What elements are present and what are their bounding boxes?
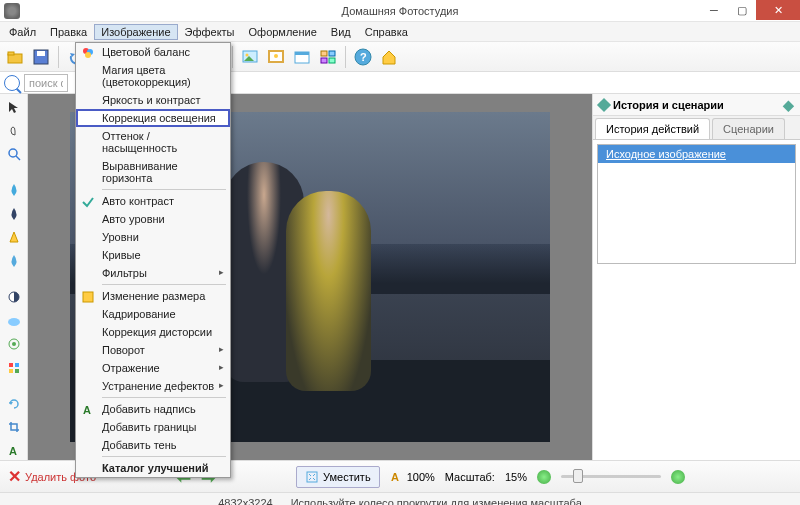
zoom-icon[interactable] bbox=[5, 145, 23, 163]
menu-item-яркость-и-контраст[interactable]: Яркость и контраст bbox=[76, 91, 230, 109]
svg-point-25 bbox=[8, 318, 20, 326]
tab-scenarios[interactable]: Сценарии bbox=[712, 118, 785, 139]
menu-item-выравнивание-горизонта[interactable]: Выравнивание горизонта bbox=[76, 157, 230, 187]
menu-item-добавить-тень[interactable]: Добавить тень bbox=[76, 436, 230, 454]
svg-point-27 bbox=[12, 342, 16, 346]
minimize-button[interactable]: ─ bbox=[700, 0, 728, 20]
svg-text:A: A bbox=[9, 445, 17, 457]
rotate-icon[interactable] bbox=[5, 395, 23, 413]
hand-icon[interactable] bbox=[5, 122, 23, 140]
window-title: Домашняя Фотостудия bbox=[342, 5, 459, 17]
menu-item-фильтры[interactable]: Фильтры bbox=[76, 264, 230, 282]
menu-правка[interactable]: Правка bbox=[43, 24, 94, 40]
zoom-slider[interactable] bbox=[561, 475, 661, 478]
svg-rect-29 bbox=[15, 363, 19, 367]
zoom-in-icon[interactable] bbox=[671, 470, 685, 484]
drop-blue-icon[interactable] bbox=[5, 181, 23, 199]
menu-item-коррекция-освещения[interactable]: Коррекция освещения bbox=[76, 109, 230, 127]
help-icon[interactable]: ? bbox=[351, 45, 375, 69]
menu-item-каталог-улучшений[interactable]: Каталог улучшений bbox=[76, 459, 230, 477]
right-panel: История и сценарии ◆ История действий Сц… bbox=[592, 94, 800, 460]
mosaic-icon[interactable] bbox=[5, 359, 23, 377]
drop-dark-icon[interactable] bbox=[5, 205, 23, 223]
svg-rect-19 bbox=[329, 58, 335, 63]
zoom-out-icon[interactable] bbox=[537, 470, 551, 484]
menu-item-кривые[interactable]: Кривые bbox=[76, 246, 230, 264]
status-hint: Используйте колесо прокрутки для изменен… bbox=[291, 497, 582, 506]
fit-button[interactable]: Уместить bbox=[296, 466, 380, 488]
svg-rect-28 bbox=[9, 363, 13, 367]
target-icon[interactable] bbox=[5, 335, 23, 353]
menu-item-авто-уровни[interactable]: Авто уровни bbox=[76, 210, 230, 228]
cone-icon[interactable] bbox=[5, 229, 23, 247]
menu-вид[interactable]: Вид bbox=[324, 24, 358, 40]
menu-item-коррекция-дисторсии[interactable]: Коррекция дисторсии bbox=[76, 323, 230, 341]
home-icon[interactable] bbox=[377, 45, 401, 69]
calendar-icon[interactable] bbox=[290, 45, 314, 69]
image-icon[interactable] bbox=[238, 45, 262, 69]
cloud-icon[interactable] bbox=[5, 312, 23, 330]
history-item[interactable]: Исходное изображение bbox=[598, 145, 795, 163]
history-list[interactable]: Исходное изображение bbox=[597, 144, 796, 264]
text-icon: A bbox=[80, 402, 96, 418]
image-menu-dropdown: Цветовой балансМагия цвета (цветокоррекц… bbox=[75, 42, 231, 478]
maximize-button[interactable]: ▢ bbox=[728, 0, 756, 20]
svg-text:A: A bbox=[83, 404, 91, 416]
svg-rect-33 bbox=[307, 472, 317, 482]
collage-icon[interactable] bbox=[316, 45, 340, 69]
menu-справка[interactable]: Справка bbox=[358, 24, 415, 40]
save-icon[interactable] bbox=[29, 45, 53, 69]
close-button[interactable]: ✕ bbox=[756, 0, 800, 20]
search-input[interactable] bbox=[24, 74, 68, 92]
scale-value: 15% bbox=[505, 471, 527, 483]
drop2-icon[interactable] bbox=[5, 252, 23, 270]
menu-item-отражение[interactable]: Отражение bbox=[76, 359, 230, 377]
menu-изображение[interactable]: Изображение bbox=[94, 24, 177, 40]
panel-tabs: История действий Сценарии bbox=[593, 116, 800, 140]
svg-text:A: A bbox=[391, 471, 399, 483]
fit-icon bbox=[305, 470, 319, 484]
menu-файл[interactable]: Файл bbox=[2, 24, 43, 40]
titlebar: Домашняя Фотостудия ─ ▢ ✕ bbox=[0, 0, 800, 22]
delete-x-icon: ✕ bbox=[8, 467, 21, 486]
menu-item-магия-цвета-цветокоррекция-[interactable]: Магия цвета (цветокоррекция) bbox=[76, 61, 230, 91]
svg-point-22 bbox=[9, 149, 17, 157]
menu-оформление[interactable]: Оформление bbox=[242, 24, 324, 40]
menu-эффекты[interactable]: Эффекты bbox=[178, 24, 242, 40]
status-dimensions: 4832x3224 bbox=[218, 497, 272, 506]
menu-item-изменение-размера[interactable]: Изменение размера bbox=[76, 287, 230, 305]
svg-rect-38 bbox=[83, 292, 93, 302]
menu-item-добавить-надпись[interactable]: Добавить надписьA bbox=[76, 400, 230, 418]
zoom-100-button[interactable]: A 100% bbox=[390, 470, 435, 484]
tab-history[interactable]: История действий bbox=[595, 118, 710, 139]
left-toolbox: A bbox=[0, 94, 28, 460]
check-icon bbox=[80, 194, 96, 210]
svg-point-11 bbox=[246, 53, 249, 56]
menu-item-оттенок-насыщенность[interactable]: Оттенок / насыщенность bbox=[76, 127, 230, 157]
pointer-icon[interactable] bbox=[5, 98, 23, 116]
palette-icon bbox=[80, 45, 96, 61]
menu-item-уровни[interactable]: Уровни bbox=[76, 228, 230, 246]
slider-thumb[interactable] bbox=[573, 469, 583, 483]
menu-item-авто-контраст[interactable]: Авто контраст bbox=[76, 192, 230, 210]
open-icon[interactable] bbox=[3, 45, 27, 69]
frame-icon[interactable] bbox=[264, 45, 288, 69]
menu-item-поворот[interactable]: Поворот bbox=[76, 341, 230, 359]
svg-line-23 bbox=[16, 156, 20, 160]
menu-item-цветовой-баланс[interactable]: Цветовой баланс bbox=[76, 43, 230, 61]
svg-text:?: ? bbox=[360, 51, 367, 63]
app-icon bbox=[4, 3, 20, 19]
search-icon bbox=[4, 75, 20, 91]
text-icon[interactable]: A bbox=[5, 442, 23, 460]
panel-gem-icon bbox=[597, 97, 611, 111]
circle-half-icon[interactable] bbox=[5, 288, 23, 306]
menubar: ФайлПравкаИзображениеЭффектыОформлениеВи… bbox=[0, 22, 800, 42]
menu-item-кадрирование[interactable]: Кадрирование bbox=[76, 305, 230, 323]
menu-item-устранение-дефектов[interactable]: Устранение дефектов bbox=[76, 377, 230, 395]
status-bar: 4832x3224 Используйте колесо прокрутки д… bbox=[0, 492, 800, 505]
svg-rect-31 bbox=[15, 369, 19, 373]
svg-rect-15 bbox=[295, 52, 309, 55]
menu-item-добавить-границы[interactable]: Добавить границы bbox=[76, 418, 230, 436]
crop-icon[interactable] bbox=[5, 419, 23, 437]
panel-collapse-icon[interactable]: ◆ bbox=[783, 97, 794, 113]
